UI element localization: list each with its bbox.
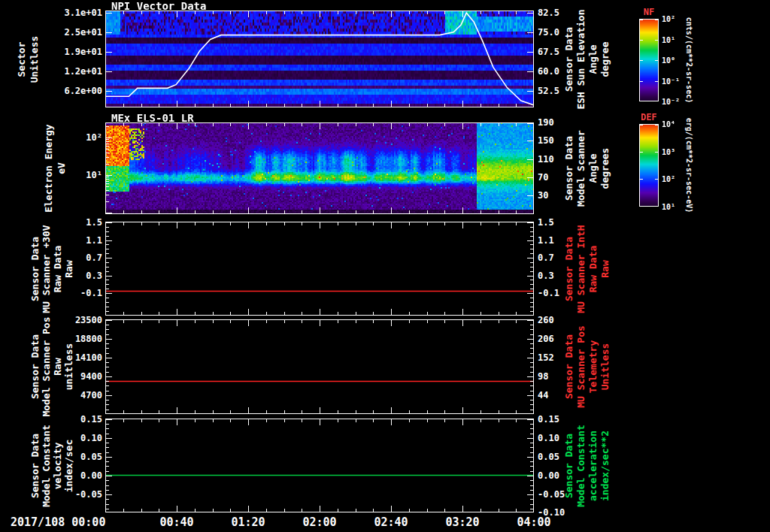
y-tick-label-right: 67.5 [538,47,559,57]
y-tick-label-right: 1.5 [538,217,554,228]
right-axis-label-line: Telemetry [587,340,599,393]
y-tick-label: 0.15 [29,414,102,425]
right-axis-label-line: Unitless [599,343,611,391]
y-axis-label-line: Raw [63,260,74,277]
right-axis-label-line: Angle [587,153,599,183]
y-axis-label-line: unitless [63,343,74,391]
y-tick-label-right: 150 [538,135,554,146]
y-axis-label-line: Model Scanner Pos [41,316,52,416]
y-tick-label-right: 1.1 [538,235,554,246]
right-axis-label-line: Angle [587,44,599,74]
y-axis-label-line: Unitless [29,35,40,83]
colorbar-unit-label: erg/(cm**2-sr-sec-eV) [685,118,693,213]
colorbar-title: DEF [641,112,657,122]
y-axis-label-line: Sensor Data [29,334,41,399]
panel-title: NPI Vector Data [111,0,206,12]
y-axis-label-line: MU Scanner +30V [41,225,52,313]
y-tick-label: 2.5e+01 [29,27,102,38]
colorbar-tick-label: 10⁻² [662,98,680,106]
y-tick-label-right: 82.5 [538,8,559,18]
y-tick-label-right: 0.00 [538,470,559,481]
y-tick-label-right: 206 [538,334,554,344]
y-axis-label-line: Sensor Data [29,433,41,497]
y-tick-label-right: 52.5 [538,86,559,96]
panel3-plot-canvas [105,222,534,316]
y-tick-label-right: 98 [538,371,548,382]
y-tick-label-right: 44 [538,390,548,401]
right-axis-label-line: MU Scanner IntH [575,225,587,313]
y-tick-label-right: 260 [538,315,554,325]
y-tick-label-right: 30 [538,190,548,201]
y-axis-label-line: Raw Data [52,245,63,292]
y-tick-label-right: 152 [538,352,554,363]
y-axis-label-line: Sector [16,41,27,77]
right-axis-label-line: Sensor Data [563,26,574,91]
y-axis-label-line: Model Constant [41,425,52,507]
y-tick-label-right: 70 [538,172,548,183]
x-tick-label: 00:40 [159,515,193,529]
y-tick-label: 3.1e+01 [29,8,102,18]
figure: NPI Vector Data3.1e+012.5e+011.9e+011.2e… [0,0,770,532]
y-axis-label-line: velocity [52,442,63,489]
panel1-plot-canvas [105,11,534,107]
right-axis-label-line: Raw Data [587,245,599,292]
y-tick-label-right: 190 [538,117,554,128]
right-axis-label-line: index/sec**2 [599,431,611,501]
y-axis-label-line: index/sec [63,439,74,491]
colorbar-tick-label: 10² [662,175,675,183]
y-tick-label-right: 0.3 [538,271,554,281]
x-tick-label: 03:20 [445,515,479,529]
y-tick-label: 1.2e+01 [29,66,102,77]
x-tick-label: 01:20 [231,515,265,529]
colorbar-tick-label: 10² [662,15,675,23]
y-tick-label: 1.9e+01 [29,47,102,57]
right-axis-label-line: ESH Sun Elevation [575,9,587,109]
colorbar-canvas [639,124,659,207]
right-axis-label-line: Sensor Data [563,136,574,201]
right-axis-label-line: Model Constant [575,425,587,507]
panel-title: MEx ELS-01 LR [111,112,194,124]
y-axis-label-line: Raw [52,358,63,375]
right-axis-label-line: Sensor Data [563,433,574,497]
x-tick-label: 04:00 [517,515,550,529]
colorbar-tick-label: 10⁰ [662,56,675,65]
right-axis-label-line: Sensor Data [563,236,574,301]
y-tick-label-right: 75.0 [538,27,559,38]
x-tick-label: 02:40 [374,515,408,529]
y-tick-label-right: 110 [538,154,554,165]
y-tick-label-right: 60.0 [538,66,559,77]
panel4-plot-canvas [105,319,534,414]
y-tick-label-right: 0.10 [538,433,559,443]
right-axis-label-line: Model Scanner [575,130,587,207]
panel5-plot-canvas [105,419,534,512]
colorbar-tick-label: 10⁻¹ [662,77,680,86]
right-axis-label-line: Raw [599,260,611,277]
y-tick-label-right: -0.05 [538,489,565,500]
y-tick-label: 10² [29,132,102,143]
y-tick-label-right: 0.05 [538,452,559,462]
colorbar-unit-label: cnts/(cm**2-sr-sec) [685,17,693,103]
colorbar-title: NF [644,7,654,17]
y-tick-label-right: 0.15 [538,414,559,425]
y-tick-label: 6.2e+00 [29,86,102,96]
panel2-plot-canvas [105,122,534,214]
right-axis-label-line: Sensor Data [563,334,574,399]
y-tick-label-right: -0.1 [538,288,559,298]
x-tick-label: 02:00 [302,515,336,529]
right-axis-label-line: acceleration [587,431,599,501]
colorbar-tick-label: 10³ [662,148,675,156]
colorbar-tick-label: 10¹ [662,36,675,44]
colorbar-tick-label: 10⁴ [662,120,675,128]
right-axis-label-line: degrees [599,148,611,189]
y-tick-label-right: 0.7 [538,252,554,263]
right-axis-label-line: MU Scanner Pos [575,325,587,408]
y-axis-label-line: eV [56,162,67,174]
y-axis-label-line: Electron Energy [43,124,54,212]
y-axis-label-line: Sensor Data [29,236,41,301]
right-axis-label-line: degree [599,41,611,77]
colorbar-tick-label: 10¹ [662,203,675,211]
colorbar-canvas [639,19,659,101]
x-axis-start-label: 2017/108 00:00 [11,515,105,529]
